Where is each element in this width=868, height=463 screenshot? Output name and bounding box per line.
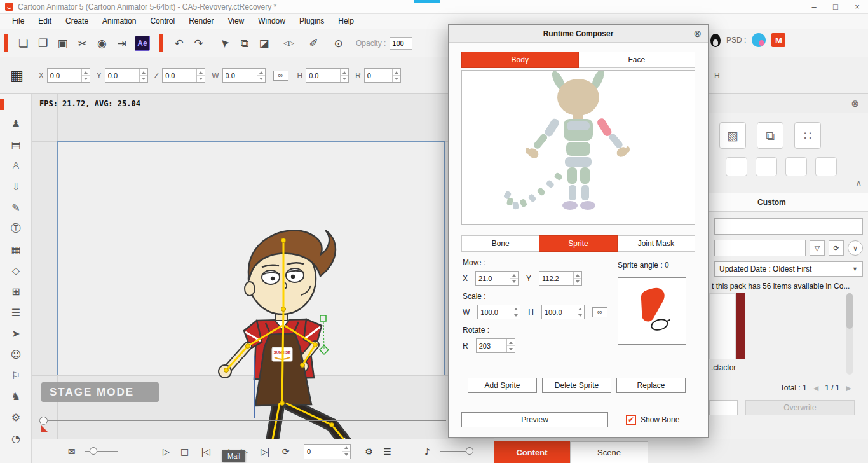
rotate-r-input[interactable] — [477, 339, 506, 352]
photoshop-icon[interactable] — [752, 33, 766, 47]
menu-view[interactable]: View — [220, 14, 251, 29]
visibility-eye-icon[interactable]: ⊙ — [329, 33, 348, 53]
menu-window[interactable]: Window — [251, 14, 292, 29]
render-settings-gear-icon[interactable]: ⚙ — [360, 443, 378, 460]
layers-icon[interactable]: ☰ — [0, 302, 32, 323]
spinner-up[interactable] — [576, 305, 584, 312]
scale-link-icon[interactable]: ∞ — [592, 307, 607, 317]
layout-grid-icon[interactable]: ▦ — [10, 67, 24, 83]
spinner-down[interactable] — [512, 312, 520, 319]
spinner-down[interactable] — [574, 279, 581, 285]
face-puppet-icon[interactable]: ☺ — [0, 344, 32, 365]
create-actor-icon[interactable]: ♟ — [0, 113, 32, 134]
tab-joint-mask[interactable]: Joint Mask — [618, 235, 695, 252]
go-to-start-button[interactable]: |◁ — [194, 443, 217, 460]
motion-tool-icon[interactable]: ➤ — [0, 323, 32, 344]
scroll-knob[interactable] — [39, 417, 48, 425]
dialog-close-icon[interactable]: ⊗ — [693, 28, 702, 39]
animal-actor-icon[interactable]: ♞ — [0, 386, 32, 407]
collapse-panel-icon[interactable]: ∧ — [855, 181, 862, 186]
h-input[interactable] — [306, 69, 340, 82]
slider-knob[interactable] — [466, 447, 473, 455]
settings-tool-icon[interactable]: ⚙ — [0, 407, 32, 428]
checkbox-check-icon[interactable]: ✔ — [626, 415, 636, 425]
export-icon[interactable]: ⇥ — [112, 33, 132, 53]
show-bone-checkbox[interactable]: ✔ Show Bone — [626, 415, 679, 425]
spinner-down[interactable] — [507, 346, 515, 352]
import-media-icon[interactable]: ⇩ — [0, 176, 32, 197]
wh-link-icon[interactable]: ∞ — [273, 71, 288, 81]
move-y-input[interactable] — [539, 272, 573, 285]
stage-viewport[interactable]: SUNRISE — [32, 94, 494, 439]
spinner-down[interactable] — [342, 452, 350, 459]
replace-button[interactable]: Replace — [616, 378, 686, 393]
category-slot-4[interactable] — [815, 157, 837, 176]
w-input[interactable] — [223, 69, 257, 82]
z-input[interactable] — [163, 69, 196, 82]
tab-bone[interactable]: Bone — [461, 235, 539, 252]
after-effects-icon[interactable]: Ae — [135, 36, 150, 51]
save-project-icon[interactable]: ▣ — [53, 33, 72, 53]
stop-button[interactable]: □ — [175, 443, 194, 460]
spinner-down[interactable] — [140, 76, 147, 82]
filter-funnel-icon[interactable]: ▽ — [810, 240, 825, 256]
page-prev-icon[interactable]: ◀ — [813, 384, 818, 392]
scale-w-input[interactable] — [478, 305, 512, 319]
cut-tool-icon[interactable]: ✂ — [72, 33, 92, 53]
loop-button[interactable]: ⟳ — [276, 443, 295, 460]
tab-face[interactable]: Face — [579, 52, 696, 68]
highlighted-sprite-part[interactable] — [596, 117, 613, 137]
scale-h-input[interactable] — [542, 305, 576, 319]
panel-layers-icon[interactable]: ⧉ — [757, 122, 783, 149]
menu-edit[interactable]: Edit — [31, 14, 58, 29]
pattern-library-icon[interactable]: ▦ — [0, 239, 32, 260]
redo-icon[interactable]: ↷ — [189, 33, 208, 53]
tab-body[interactable]: Body — [461, 52, 579, 68]
expression-tool-icon[interactable]: ◔ — [0, 428, 32, 449]
page-next-icon[interactable]: ▶ — [846, 384, 851, 392]
penguin-icon[interactable] — [710, 34, 721, 47]
sprite-angle-preview[interactable] — [618, 277, 686, 345]
preview-button[interactable]: Preview — [461, 412, 608, 427]
search-input[interactable] — [714, 240, 806, 256]
ik-handle[interactable] — [320, 315, 329, 354]
overwrite-button[interactable]: Overwrite — [745, 400, 855, 415]
play-button[interactable]: ▷ — [157, 443, 175, 460]
stage-preview-icon[interactable]: ◉ — [92, 33, 112, 53]
paint-bucket-icon[interactable]: ◪ — [254, 33, 274, 53]
category-slot-3[interactable] — [785, 157, 807, 176]
panel-dots-icon[interactable]: ∷ — [794, 122, 821, 149]
spinner-up[interactable] — [342, 445, 350, 452]
key-editor-icon[interactable]: ◁▷ — [279, 33, 299, 53]
canvas-h-scrollbar[interactable] — [39, 417, 446, 425]
category-slot-2[interactable] — [756, 157, 777, 176]
spinner-down[interactable] — [197, 76, 205, 82]
vector-tool-icon[interactable]: ◇ — [0, 260, 32, 281]
sort-dropdown[interactable]: Updated Date : Oldest First ▼ — [714, 261, 863, 277]
category-slot-1[interactable] — [726, 157, 747, 176]
slider-knob[interactable] — [90, 447, 97, 455]
dialog-header[interactable]: Runtime Composer ⊗ — [449, 25, 708, 43]
spinner-down[interactable] — [257, 76, 265, 82]
spinner-up[interactable] — [197, 69, 205, 76]
spinner-up[interactable] — [393, 69, 400, 76]
prop-library-icon[interactable]: ▤ — [0, 134, 32, 155]
timeline-list-icon[interactable]: ☰ — [378, 443, 397, 460]
menu-control[interactable]: Control — [143, 14, 182, 29]
audio-note-icon[interactable]: ♪ — [418, 443, 437, 460]
menu-animation[interactable]: Animation — [95, 14, 143, 29]
select-cursor-icon[interactable]: ➤ — [215, 33, 234, 53]
frame-input[interactable] — [304, 445, 342, 459]
partial-button[interactable] — [709, 400, 738, 415]
content-thumbnail[interactable] — [709, 293, 736, 359]
new-project-icon[interactable]: ❏ — [13, 33, 33, 53]
tab-scene[interactable]: Scene — [570, 441, 648, 463]
panel-image-icon[interactable]: ▧ — [719, 122, 746, 149]
spinner-down[interactable] — [82, 76, 90, 82]
panel-close-icon[interactable]: ⊗ — [851, 98, 859, 109]
content-thumbnail-strip[interactable] — [736, 293, 745, 359]
caption-icon[interactable]: ✉ — [62, 443, 81, 460]
gesture-tool-icon[interactable]: ⚐ — [0, 365, 32, 386]
spinner-up[interactable] — [82, 69, 90, 76]
stage-character[interactable]: SUNRISE — [189, 214, 400, 439]
